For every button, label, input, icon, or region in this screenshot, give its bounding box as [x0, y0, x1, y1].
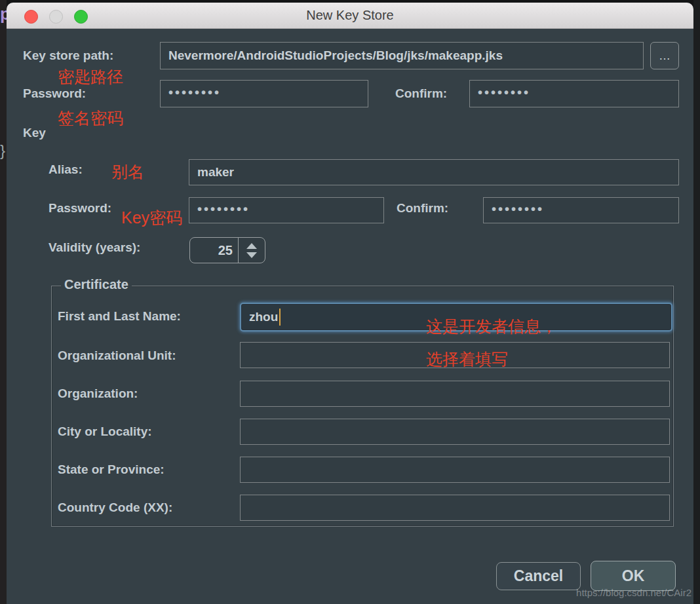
ellipsis-icon: … [659, 49, 671, 63]
state-input[interactable] [240, 457, 670, 483]
spinner-up-icon[interactable] [246, 243, 257, 249]
key-confirm-label: Confirm: [397, 201, 448, 216]
organization-label: Organization: [58, 387, 138, 401]
spinner-down-icon[interactable] [246, 252, 257, 258]
validity-value[interactable]: 25 [190, 238, 239, 263]
first-last-name-label: First and Last Name: [58, 309, 181, 324]
key-confirm-input[interactable]: •••••••• [483, 197, 679, 223]
key-password-input[interactable]: •••••••• [189, 197, 384, 223]
ok-button-label: OK [622, 567, 645, 585]
store-password-label: Password: [23, 86, 86, 101]
annotation-path: 密匙路径 [58, 66, 123, 88]
store-password-masked-value: •••••••• [168, 85, 221, 100]
state-label: State or Province: [58, 462, 165, 477]
background-editor-strip-left: p } [0, 0, 7, 604]
store-confirm-masked-value: •••••••• [478, 85, 530, 100]
validity-stepper[interactable]: 25 [189, 237, 265, 263]
organization-input[interactable] [240, 381, 670, 407]
store-confirm-label: Confirm: [395, 86, 447, 101]
country-code-input[interactable] [240, 495, 670, 521]
key-confirm-masked-value: •••••••• [492, 202, 544, 217]
validity-arrows[interactable] [239, 238, 265, 263]
store-password-input[interactable]: •••••••• [160, 80, 368, 107]
key-store-path-value: Nevermore/AndroidStudioProjects/Blog/jks… [168, 48, 503, 63]
screen: p } New Key Store Key store path: Neverm… [0, 0, 700, 604]
annotation-key-password: Key密码 [121, 207, 182, 229]
org-unit-label: Organizational Unit: [58, 349, 176, 363]
background-editor-strip-right [693, 0, 700, 604]
annotation-developer-info-line1: 这是开发者信息， [426, 316, 557, 337]
key-store-path-label: Key store path: [23, 48, 113, 63]
key-store-path-input[interactable]: Nevermore/AndroidStudioProjects/Blog/jks… [160, 42, 644, 69]
watermark: https://blog.csdn.net/CAir2 [576, 587, 691, 598]
annotation-sign-password: 签名密码 [58, 107, 123, 129]
key-password-label: Password: [49, 201, 111, 216]
annotation-alias: 别名 [111, 161, 144, 183]
new-key-store-dialog: New Key Store Key store path: Nevermore/… [7, 3, 693, 604]
cancel-button-label: Cancel [514, 567, 563, 585]
dialog-title: New Key Store [7, 8, 693, 23]
city-input[interactable] [240, 419, 670, 445]
city-label: City or Locality: [58, 425, 152, 439]
background-code-brace: } [0, 142, 5, 160]
browse-button[interactable]: … [650, 42, 679, 69]
text-caret [279, 309, 281, 326]
alias-input[interactable]: maker [189, 159, 679, 185]
annotation-developer-info-line2: 选择着填写 [426, 349, 508, 370]
country-code-label: Country Code (XX): [58, 500, 172, 515]
store-confirm-input[interactable]: •••••••• [469, 80, 679, 107]
titlebar[interactable]: New Key Store [7, 3, 693, 29]
alias-label: Alias: [49, 162, 83, 177]
key-password-masked-value: •••••••• [197, 202, 250, 217]
first-last-name-value: zhou [249, 310, 278, 324]
certificate-group-title: Certificate [61, 277, 132, 292]
cancel-button[interactable]: Cancel [496, 562, 581, 590]
alias-value: maker [197, 165, 234, 179]
validity-label: Validity (years): [49, 240, 140, 255]
key-section-label: Key [23, 126, 46, 140]
